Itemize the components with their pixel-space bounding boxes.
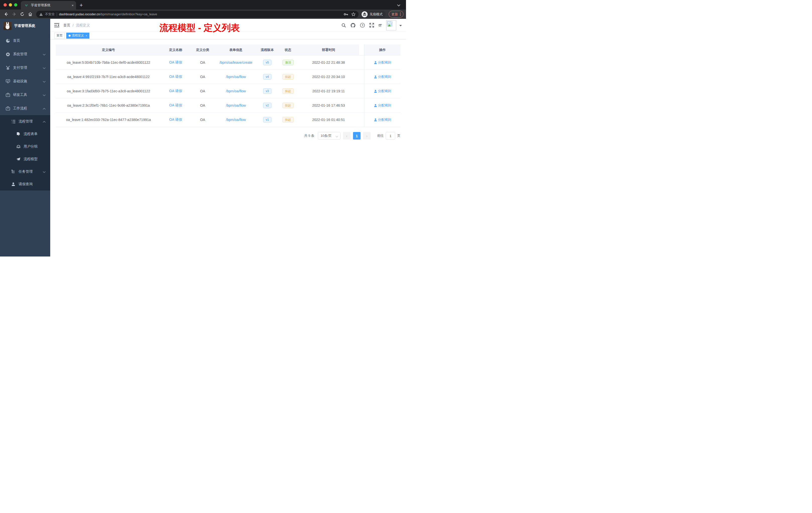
browser-tab[interactable]: 芋道管理系统 ×	[21, 1, 76, 9]
favicon-plant-icon	[24, 3, 28, 7]
table-header-row: 定义编号 定义名称 定义分类 表单信息 流程版本 状态 部署时间 操作	[56, 44, 401, 56]
page-size-select[interactable]: 10条/页	[318, 132, 341, 140]
breadcrumb-home[interactable]: 首页	[63, 23, 70, 28]
search-icon[interactable]	[342, 23, 346, 28]
incognito-chip[interactable]: 无痕模式	[361, 11, 386, 18]
definition-category: OA	[190, 70, 215, 84]
sidebar-item-process-management[interactable]: 流程管理	[0, 115, 50, 128]
url-path: /bpm/manager/definition?key=oa_leave	[100, 12, 157, 16]
chevron-down-icon	[43, 66, 46, 70]
sidebar-item-user-group[interactable]: 用户分组	[0, 140, 50, 153]
column-header: 表单信息	[215, 44, 257, 55]
back-button[interactable]	[2, 11, 9, 18]
url-text: dashboard.yudao.iocoder.cn/bpm/manager/d…	[59, 12, 342, 16]
monitor-icon	[5, 79, 10, 83]
font-size-icon[interactable]: tT	[379, 23, 382, 27]
warning-triangle-icon[interactable]	[39, 12, 43, 16]
definition-name-link[interactable]: OA 请假	[169, 60, 182, 65]
briefcase-icon	[5, 107, 10, 111]
browser-menu-kebab-icon[interactable]	[400, 12, 401, 16]
sidebar-item-infrastructure[interactable]: 基础设施	[0, 74, 50, 88]
form-link[interactable]: /bpm/oa/flow	[226, 89, 246, 93]
tab-search-caret-icon[interactable]	[397, 3, 401, 7]
definition-name-link[interactable]: OA 请假	[169, 74, 182, 79]
close-window-button[interactable]	[3, 3, 7, 6]
app-logo-rabbit-image	[3, 22, 11, 30]
form-link[interactable]: /bpm/oa/flow	[226, 103, 246, 108]
assign-rule-link[interactable]: 分配规则	[374, 103, 391, 108]
home-button[interactable]	[27, 11, 34, 18]
version-badge: v5	[263, 60, 271, 65]
current-page-button[interactable]: 1	[353, 132, 360, 140]
tag-close-icon[interactable]: ×	[86, 34, 87, 37]
bookmark-star-icon[interactable]	[351, 12, 355, 16]
sidebar-item-process-form[interactable]: 流程表单	[0, 128, 50, 140]
definition-category: OA	[190, 56, 215, 69]
breadcrumb-separator: /	[72, 23, 74, 27]
tag-home[interactable]: 首页	[54, 33, 65, 39]
form-link[interactable]: /bpm/oa/flow	[226, 118, 246, 122]
assign-rule-link[interactable]: 分配规则	[374, 117, 391, 122]
maximize-window-button[interactable]	[14, 3, 17, 6]
browser-tab-strip: 芋道管理系统 × +	[0, 0, 406, 9]
chevron-down-icon	[43, 93, 46, 97]
annotation-title: 流程模型 - 定义列表	[160, 22, 240, 34]
browser-window: 芋道管理系统 × + 不安全 dashboard.yudao.iocoder.c…	[0, 0, 406, 256]
reload-button[interactable]	[19, 11, 26, 18]
definition-category: OA	[190, 98, 215, 113]
sidebar-logo-row[interactable]: 芋道管理系统	[0, 19, 50, 33]
incognito-icon	[361, 11, 368, 17]
sidebar-item-payment[interactable]: 支付管理	[0, 61, 50, 74]
assign-rule-link[interactable]: 分配规则	[374, 89, 391, 93]
forward-button[interactable]	[10, 11, 18, 18]
yen-icon	[5, 66, 10, 70]
table-row: oa_leave:5:004b710b-7b8a-11ec-8ef0-acde4…	[56, 56, 401, 70]
new-tab-button[interactable]: +	[80, 2, 83, 8]
incognito-label: 无痕模式	[370, 12, 383, 17]
table-row: oa_leave:1:482ec033-762a-11ec-8477-a2380…	[56, 113, 401, 127]
definition-name-link[interactable]: OA 请假	[169, 117, 182, 122]
column-header: 定义名称	[161, 44, 190, 55]
url-bar[interactable]: 不安全 dashboard.yudao.iocoder.cn/bpm/manag…	[36, 11, 358, 18]
prev-page-button[interactable]: ‹	[343, 132, 350, 140]
deploy-time: 2022-01-22 21:48:38	[298, 56, 359, 69]
assign-rule-link[interactable]: 分配规则	[374, 74, 391, 79]
sidebar-item-system[interactable]: 系统管理	[0, 48, 50, 61]
sidebar-collapse-icon[interactable]	[54, 23, 59, 27]
avatar[interactable]	[386, 20, 396, 30]
browser-toolbar: 不安全 dashboard.yudao.iocoder.cn/bpm/manag…	[0, 9, 406, 19]
github-icon[interactable]	[350, 23, 355, 28]
help-question-icon[interactable]: ?	[360, 23, 365, 28]
definition-category: OA	[190, 113, 215, 127]
tag-process-definition[interactable]: 流程定义 ×	[66, 33, 89, 39]
minimize-window-button[interactable]	[9, 3, 12, 6]
chevron-down-icon	[43, 52, 46, 56]
assign-rule-link[interactable]: 分配规则	[374, 60, 391, 65]
definition-id: oa_leave:4:991f2193-7b7f-11ec-a3c8-acde4…	[56, 70, 161, 84]
sidebar-item-leave-query[interactable]: 请假查询	[0, 178, 50, 190]
deploy-time: 2022-01-16 01:40:51	[298, 113, 359, 127]
status-badge: 激活	[283, 60, 293, 65]
tab-close-icon[interactable]: ×	[71, 3, 74, 7]
form-link[interactable]: /bpm/oa/flow	[226, 75, 246, 79]
fullscreen-icon[interactable]	[369, 23, 374, 28]
sidebar-item-dev-tools[interactable]: 研发工具	[0, 88, 50, 102]
user-icon	[11, 182, 16, 186]
dashboard-icon	[5, 39, 10, 43]
status-badge: 挂起	[283, 74, 293, 80]
goto-page-input[interactable]	[386, 132, 395, 140]
sidebar-item-task-management[interactable]: 任务管理	[0, 165, 50, 178]
avatar-dropdown-caret-icon[interactable]	[399, 23, 402, 28]
status-badge: 挂起	[283, 88, 293, 94]
form-link[interactable]: /bpm/oa/leave/create	[220, 60, 252, 64]
main-area: 流程模型 - 定义列表 首页 / 流程定义	[50, 19, 406, 256]
sidebar-item-workflow[interactable]: 工作流程	[0, 102, 50, 115]
definition-name-link[interactable]: OA 请假	[169, 103, 182, 108]
sidebar-item-process-model[interactable]: 流程模型	[0, 153, 50, 165]
definition-name-link[interactable]: OA 请假	[169, 89, 182, 93]
update-chip[interactable]: 更新	[389, 11, 404, 18]
workflow-submenu: 流程管理 流程表单 用户分组	[0, 115, 50, 190]
key-icon[interactable]	[344, 13, 348, 16]
sidebar-item-home[interactable]: 首页	[0, 34, 50, 48]
next-page-button[interactable]: ›	[363, 132, 371, 140]
